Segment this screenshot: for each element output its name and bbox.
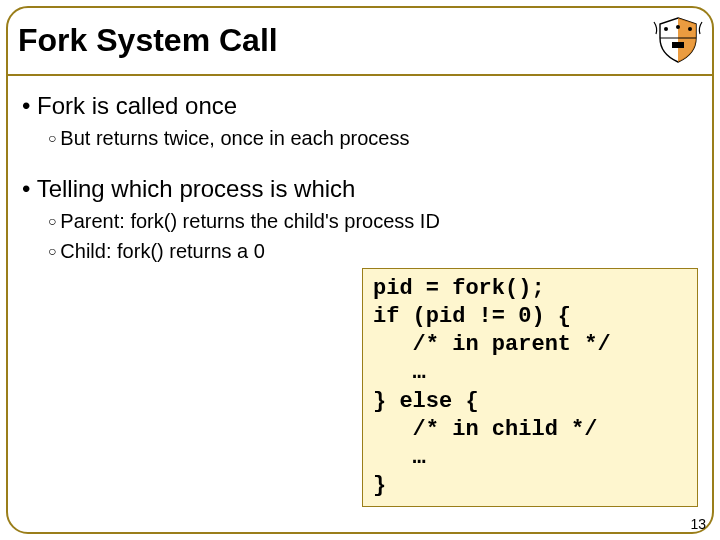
code-example: pid = fork(); if (pid != 0) { /* in pare… <box>362 268 698 507</box>
bullet-level1: Fork is called once <box>22 90 698 121</box>
bullet-level2: But returns twice, once in each process <box>48 125 698 151</box>
title-row: Fork System Call <box>14 10 706 70</box>
bullet-level2: Child: fork() returns a 0 <box>48 238 698 264</box>
bullet-level2: Parent: fork() returns the child's proce… <box>48 208 698 234</box>
bullet-level1: Telling which process is which <box>22 173 698 204</box>
svg-point-3 <box>688 27 692 31</box>
svg-point-1 <box>664 27 668 31</box>
svg-point-2 <box>676 25 680 29</box>
svg-rect-0 <box>672 42 684 48</box>
princeton-crest-icon <box>650 14 706 66</box>
slide-content: Fork is called once But returns twice, o… <box>22 90 698 268</box>
page-number: 13 <box>690 516 706 532</box>
title-divider <box>8 74 712 76</box>
slide-title: Fork System Call <box>14 22 278 59</box>
